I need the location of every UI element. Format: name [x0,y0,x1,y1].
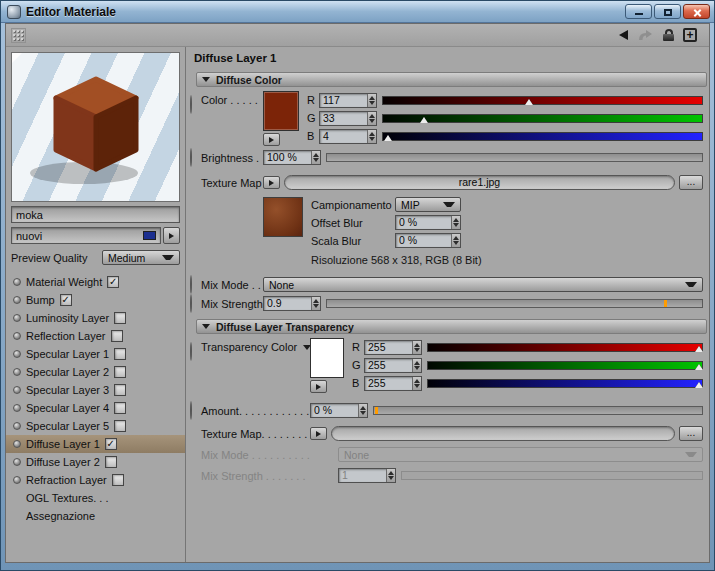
texture-browse-button[interactable]: ... [679,175,703,190]
r-slider[interactable] [382,96,703,105]
spinner-arrows-icon[interactable] [367,112,376,125]
anim-dot[interactable] [190,148,192,167]
spinner-arrows-icon[interactable] [412,377,421,390]
maximize-button[interactable] [654,4,681,19]
channel-checkbox[interactable] [114,366,126,378]
b-value-spinner[interactable]: 4 [319,129,377,144]
anim-dot[interactable] [13,314,21,322]
transparency-texture-expand-button[interactable] [310,427,327,440]
channel-checkbox[interactable] [114,384,126,396]
scale-blur-spinner[interactable]: 0 % [395,233,461,248]
transparency-b-spinner[interactable]: 255 [364,376,422,391]
transparency-g-slider[interactable] [427,361,703,370]
anim-dot[interactable] [190,95,192,114]
spinner-arrows-icon[interactable] [358,404,367,417]
offset-blur-spinner[interactable]: 0 % [395,215,461,230]
slider-marker[interactable] [525,99,533,105]
layer-expand-button[interactable] [163,227,180,244]
channel-checkbox[interactable] [114,348,126,360]
r-value-spinner[interactable]: 117 [319,93,377,108]
section-diffuse-layer-transparency[interactable]: Diffuse Layer Transparency [196,319,707,334]
transparency-r-slider[interactable] [427,343,703,352]
item-assegnazione[interactable]: Assegnazione [6,507,185,525]
mix-strength-slider[interactable] [326,299,703,308]
channel-luminosity-layer[interactable]: Luminosity Layer [6,309,185,327]
channel-checkbox[interactable] [114,402,126,414]
preview-quality-dropdown[interactable]: Medium [102,250,180,265]
channel-specular-layer-1[interactable]: Specular Layer 1 [6,345,185,363]
transparency-expand-button[interactable] [310,380,327,393]
channel-diffuse-layer-1[interactable]: Diffuse Layer 1✓ [6,435,185,453]
transparency-texture-field[interactable] [331,426,675,441]
brightness-slider[interactable] [326,153,703,162]
channel-checkbox[interactable] [114,312,126,324]
channel-checkbox[interactable] [112,474,124,486]
b-slider[interactable] [382,132,703,141]
anim-dot[interactable] [13,404,21,412]
channel-specular-layer-2[interactable]: Specular Layer 2 [6,363,185,381]
anim-dot[interactable] [13,422,21,430]
anim-dot[interactable] [13,278,21,286]
amount-slider[interactable] [373,406,703,415]
texture-expand-button[interactable] [263,176,280,189]
slider-marker[interactable] [420,117,428,123]
color-expand-button[interactable] [263,133,280,146]
spinner-arrows-icon[interactable] [451,234,460,247]
add-icon[interactable] [683,28,697,42]
anim-dot[interactable] [13,296,21,304]
diffuse-color-swatch[interactable] [263,91,299,131]
anim-dot[interactable] [13,458,21,466]
material-preview[interactable] [11,52,180,202]
transparency-browse-button[interactable]: ... [679,426,703,441]
anim-dot[interactable] [190,294,192,313]
anim-dot[interactable] [190,275,192,294]
transparency-color-swatch[interactable] [310,338,344,378]
history-back-icon[interactable] [619,30,628,40]
anim-dot[interactable] [13,332,21,340]
texture-thumbnail[interactable] [263,197,303,237]
spinner-arrows-icon[interactable] [412,359,421,372]
channel-checkbox[interactable]: ✓ [60,294,72,306]
toolbar-grip[interactable] [11,28,26,43]
slider-handle[interactable] [664,300,667,307]
channel-checkbox[interactable] [111,330,123,342]
spinner-arrows-icon[interactable] [311,151,320,164]
mix-strength-spinner[interactable]: 0.9 [263,296,321,311]
title-bar[interactable]: Editor Materiale [1,1,714,23]
material-name-field[interactable]: moka [11,206,180,223]
sampling-dropdown[interactable]: MIP [395,197,461,212]
g-value-spinner[interactable]: 33 [319,111,377,126]
slider-marker[interactable] [384,135,392,141]
channel-checkbox[interactable] [114,420,126,432]
channel-specular-layer-4[interactable]: Specular Layer 4 [6,399,185,417]
g-slider[interactable] [382,114,703,123]
section-diffuse-color[interactable]: Diffuse Color [196,72,707,87]
lock-icon[interactable] [663,29,674,41]
channel-specular-layer-5[interactable]: Specular Layer 5 [6,417,185,435]
anim-dot[interactable] [13,368,21,376]
channel-reflection-layer[interactable]: Reflection Layer [6,327,185,345]
channel-refraction-layer[interactable]: Refraction Layer [6,471,185,489]
anim-dot[interactable] [13,440,21,448]
spinner-arrows-icon[interactable] [451,216,460,229]
amount-spinner[interactable]: 0 % [310,403,368,418]
slider-marker[interactable] [695,382,703,388]
close-button[interactable] [683,4,710,19]
transparency-g-spinner[interactable]: 255 [364,358,422,373]
spinner-arrows-icon[interactable] [412,341,421,354]
channel-material-weight[interactable]: Material Weight✓ [6,273,185,291]
layer-color-chip[interactable] [143,231,156,240]
spinner-arrows-icon[interactable] [311,297,320,310]
slider-handle[interactable] [375,407,378,414]
transparency-b-slider[interactable] [427,379,703,388]
texture-file-field[interactable]: rare1.jpg [284,175,675,190]
channel-bump[interactable]: Bump✓ [6,291,185,309]
redo-arrow-icon[interactable] [637,29,654,42]
channel-specular-layer-3[interactable]: Specular Layer 3 [6,381,185,399]
brightness-spinner[interactable]: 100 % [263,150,321,165]
anim-dot[interactable] [190,401,192,420]
channel-diffuse-layer-2[interactable]: Diffuse Layer 2 [6,453,185,471]
anim-dot[interactable] [13,350,21,358]
slider-marker[interactable] [695,346,703,352]
transparency-r-spinner[interactable]: 255 [364,340,422,355]
